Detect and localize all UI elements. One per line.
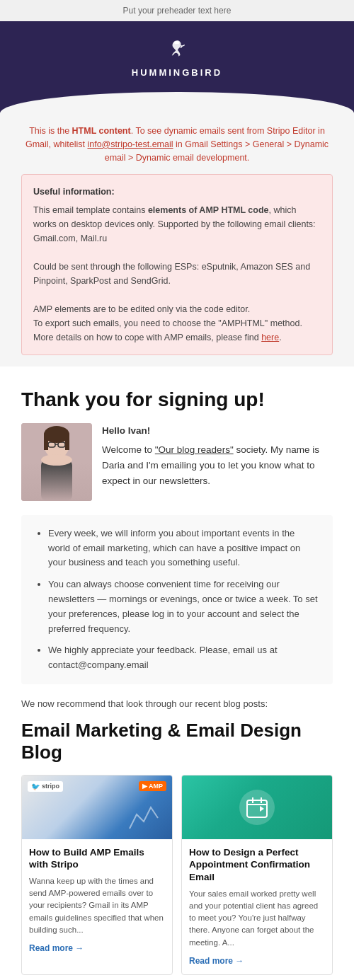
card-2-title: How to Design a Perfect Appointment Conf…: [189, 846, 325, 884]
card-2-body: How to Design a Perfect Appointment Conf…: [182, 839, 332, 974]
stripo-logo-badge: 🐦 stripo: [28, 781, 63, 792]
useful-line-5: More details on how to cope with AMP ema…: [33, 330, 321, 345]
useful-info-box: Useful information: This email template …: [21, 174, 333, 355]
card-1-title: How to Build AMP Emails with Stripo: [29, 846, 165, 871]
useful-line-1: This email template contains elements of…: [33, 203, 321, 246]
welcome-row: Hello Ivan! Welcome to "Our blog readers…: [21, 423, 333, 501]
thank-you-heading: Thank you for signing up!: [21, 388, 333, 412]
blog-card-1: 🐦 stripo ▶ AMP How to Build AMP Emails w…: [21, 775, 173, 975]
card-2-readmore[interactable]: Read more →: [189, 956, 244, 966]
logo-area: HUMMINGBIRD: [14, 35, 340, 78]
html-notice: This is the HTML content. To see dynamic…: [21, 125, 333, 164]
info-section: This is the HTML content. To see dynamic…: [0, 113, 354, 367]
svg-rect-8: [44, 434, 48, 450]
main-content: Thank you for signing up!: [0, 367, 354, 980]
bullet-item-2: You can always choose convenient time fo…: [48, 577, 319, 636]
hummingbird-icon: [164, 35, 190, 63]
card-1-body: How to Build AMP Emails with Stripo Wann…: [22, 839, 172, 962]
svg-rect-9: [65, 434, 69, 450]
hello-text: Hello Ivan!: [102, 423, 333, 439]
card-1-desc: Wanna keep up with the times and send AM…: [29, 875, 165, 936]
header-wave: [0, 92, 354, 113]
useful-title: Useful information:: [33, 185, 321, 199]
svg-point-3: [41, 454, 72, 466]
useful-line-2: Could be sent through the following ESPs…: [33, 260, 321, 288]
bullet-item-3: We highly appreciate your feedback. Plea…: [48, 643, 319, 673]
useful-line-3: AMP elements are to be edited only via t…: [33, 302, 321, 316]
amp-badge: ▶ AMP: [139, 781, 166, 791]
amp-text: AMP: [149, 783, 163, 790]
blog-cards: 🐦 stripo ▶ AMP How to Build AMP Emails w…: [21, 775, 333, 975]
blog-readers-link[interactable]: "Our blog readers": [155, 444, 234, 455]
preheader-bar: Put your preheader text here: [0, 0, 354, 21]
welcome-body: Welcome to "Our blog readers" society. M…: [102, 442, 333, 488]
here-link[interactable]: here: [261, 333, 279, 342]
email-header: HUMMINGBIRD: [0, 21, 354, 92]
bullet-item-1: Every week, we will inform you about imp…: [48, 526, 319, 570]
logo-text: HUMMINGBIRD: [132, 67, 222, 78]
blog-card-2: How to Design a Perfect Appointment Conf…: [181, 775, 333, 975]
card-2-icon: [239, 790, 275, 825]
welcome-text: Hello Ivan! Welcome to "Our blog readers…: [102, 423, 333, 488]
bullet-section: Every week, we will inform you about imp…: [21, 515, 333, 684]
card-2-image: [182, 776, 332, 839]
card-1-readmore[interactable]: Read more →: [29, 943, 84, 953]
stripo-email-link[interactable]: info@stripo-test.email: [87, 139, 173, 149]
card-2-desc: Your sales email worked pretty well and …: [189, 888, 325, 949]
play-icon: ▶: [142, 783, 147, 790]
avatar-image: [21, 423, 92, 501]
stripo-bird-icon: 🐦: [31, 783, 40, 790]
stripo-badge-text: stripo: [42, 783, 59, 790]
svg-rect-2: [41, 460, 72, 501]
useful-line-4: To export such emails, you need to choos…: [33, 316, 321, 330]
recommend-text: We now recommend that look through our r…: [21, 697, 333, 711]
preheader-text: Put your preheader text here: [123, 6, 232, 16]
card-1-image: 🐦 stripo ▶ AMP: [22, 776, 172, 839]
avatar: [21, 423, 92, 501]
bullet-list: Every week, we will inform you about imp…: [35, 526, 319, 673]
blog-heading: Email Marketing & Email Design Blog: [21, 720, 333, 763]
